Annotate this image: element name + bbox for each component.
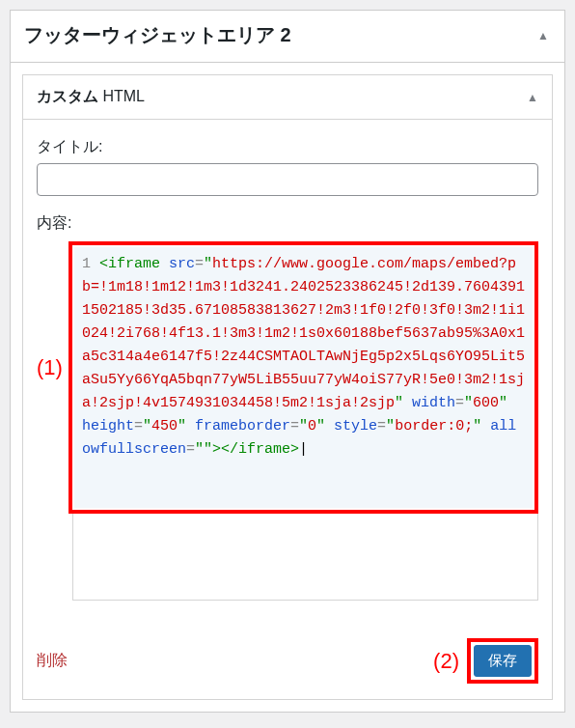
code-token: 0 <box>308 418 316 434</box>
code-token: " <box>395 395 403 411</box>
code-token: " <box>386 418 395 434</box>
code-token: > <box>290 441 308 458</box>
code-token: = <box>290 418 299 434</box>
code-token: " <box>499 395 507 411</box>
widget-title: カスタム HTML <box>37 87 145 107</box>
code-token: border:0; <box>395 418 473 434</box>
code-token: </ <box>221 441 238 458</box>
code-token: " <box>473 418 481 434</box>
code-token: = <box>195 256 204 272</box>
code-token: iframe <box>238 441 290 458</box>
line-number: 1 <box>82 256 91 272</box>
delete-link[interactable]: 削除 <box>37 651 68 671</box>
code-token: = <box>134 418 143 434</box>
title-input[interactable] <box>37 163 538 196</box>
code-token: /maps/embed?pb=!1m18!1m12!1m3!1d3241.240… <box>82 256 525 411</box>
widget-title-rest: HTML <box>98 88 145 104</box>
collapse-icon: ▲ <box>527 91 538 104</box>
code-token: " <box>195 441 204 458</box>
footer-right: (2) 保存 <box>433 638 538 684</box>
widget-area-title: フッターウィジェットエリア 2 <box>24 22 291 48</box>
widget-footer: 削除 (2) 保存 <box>23 627 552 699</box>
widget-body: タイトル: 内容: (1) 1 <iframe src="https://www… <box>23 120 552 627</box>
widget-area-header[interactable]: フッターウィジェットエリア 2 ▲ <box>11 11 564 63</box>
code-token: > <box>212 441 221 458</box>
widget-title-bold: カスタム <box>37 88 98 104</box>
code-token: iframe <box>108 256 160 272</box>
annotation-1: (1) <box>37 239 63 380</box>
widget-area-panel: フッターウィジェットエリア 2 ▲ カスタム HTML ▲ タイトル: 内容: … <box>10 10 565 713</box>
code-token: " <box>464 395 473 411</box>
code-token: = <box>455 395 464 411</box>
content-col: 1 <iframe src="https://www.google.com/ma… <box>68 239 538 601</box>
content-textarea[interactable]: 1 <iframe src="https://www.google.com/ma… <box>74 247 533 508</box>
code-token: " <box>204 256 212 272</box>
code-token: " <box>316 418 325 434</box>
code-token: style <box>325 418 377 434</box>
widget-area-body: カスタム HTML ▲ タイトル: 内容: (1) 1 <iframe src=… <box>11 63 564 712</box>
code-token: = <box>186 441 195 458</box>
widget-header[interactable]: カスタム HTML ▲ <box>23 75 552 120</box>
code-token: src <box>160 256 195 272</box>
code-token: height <box>82 418 134 434</box>
annotation-2: (2) <box>433 649 459 674</box>
save-button[interactable]: 保存 <box>474 645 532 677</box>
code-token: " <box>299 418 308 434</box>
content-label: 内容: <box>37 213 538 234</box>
code-token: = <box>377 418 386 434</box>
collapse-icon: ▲ <box>537 29 549 42</box>
code-token: " <box>204 441 212 458</box>
highlight-box-2: 保存 <box>467 638 538 684</box>
content-row: (1) 1 <iframe src="https://www.google.co… <box>37 239 538 601</box>
highlight-box-1: 1 <iframe src="https://www.google.com/ma… <box>68 241 538 514</box>
code-token: width <box>403 395 455 411</box>
code-token: 600 <box>473 395 499 411</box>
code-token: frameborder <box>195 418 290 434</box>
code-token: " <box>178 418 186 434</box>
code-token: https://www.google.com <box>212 256 403 272</box>
title-label: タイトル: <box>37 137 538 157</box>
code-token: < <box>99 256 108 272</box>
textarea-empty-area[interactable] <box>72 514 538 601</box>
code-token: " <box>143 418 151 434</box>
widget-panel: カスタム HTML ▲ タイトル: 内容: (1) 1 <iframe src=… <box>22 74 553 700</box>
code-token: 450 <box>151 418 178 434</box>
